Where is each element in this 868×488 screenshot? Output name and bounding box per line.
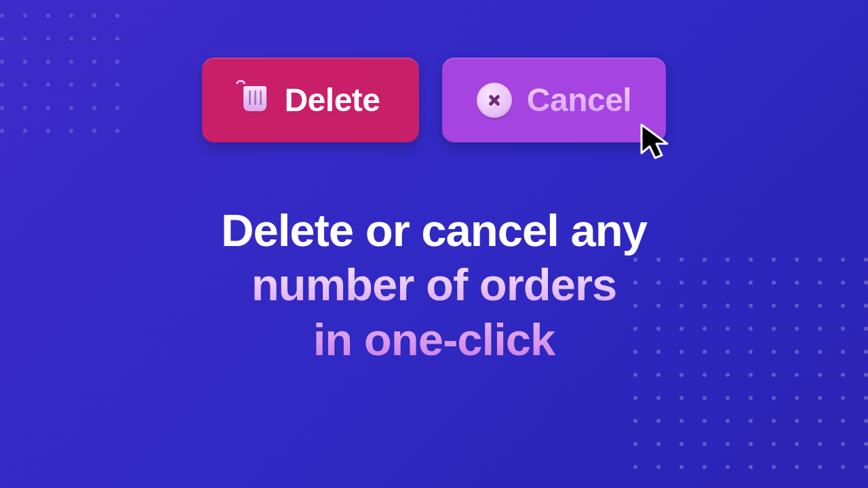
- headline-line-3: in one-click: [0, 312, 868, 367]
- delete-button[interactable]: Delete: [202, 58, 419, 142]
- headline-line-2: number of orders: [0, 258, 868, 312]
- close-circle-icon: [477, 83, 512, 118]
- cursor-icon: [635, 121, 678, 164]
- delete-button-label: Delete: [284, 81, 380, 119]
- headline: Delete or cancel any number of orders in…: [0, 203, 868, 367]
- cancel-button[interactable]: Cancel: [442, 58, 666, 142]
- headline-line-1: Delete or cancel any: [0, 203, 868, 258]
- cancel-button-label: Cancel: [527, 81, 631, 119]
- trash-icon: [241, 84, 269, 117]
